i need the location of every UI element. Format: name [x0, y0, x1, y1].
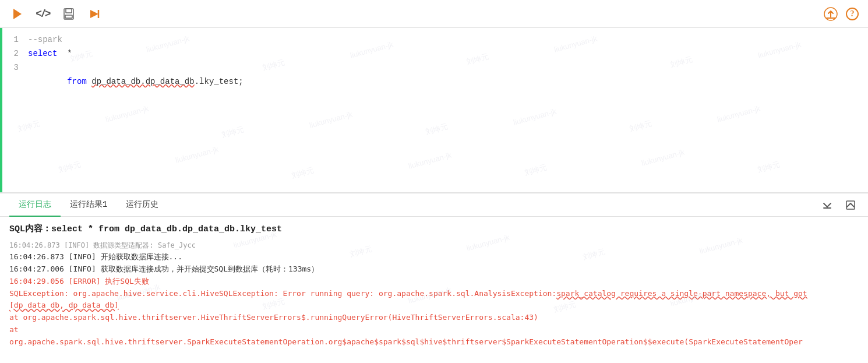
log-line-1: 16:04:27.006 [INFO] 获取数据库连接成功，并开始提交SQL到数… — [9, 263, 859, 276]
tab-result-label: 运行结果1 — [70, 199, 107, 210]
error-underline-2: [dp_data_db, dp_data_db] — [9, 301, 119, 309]
run-button[interactable] — [9, 6, 26, 22]
format-icon — [88, 8, 101, 20]
wm-23: 刘坤元 — [756, 159, 781, 175]
expand-icon — [845, 200, 856, 210]
comment-spark: --spark — [28, 35, 62, 44]
tab-log[interactable]: 运行日志 — [9, 193, 61, 217]
upload-button[interactable] — [823, 6, 839, 22]
expand-button[interactable] — [842, 197, 859, 213]
bottom-panel: 运行日志 运行结果1 运行历史 — [0, 192, 868, 363]
line-num-1: 1 — [7, 33, 19, 47]
table-name: .lky_test; — [195, 77, 244, 86]
log-line-error-stack3: org.apache.spark.sql.hive.thriftserver.S… — [9, 336, 859, 348]
tab-log-label: 运行日志 — [19, 199, 51, 210]
toolbar: </> ? — [0, 0, 868, 28]
sql-summary: SQL内容：select * from dp_data_db.dp_data_d… — [9, 223, 859, 237]
code-lines[interactable]: 1 2 3 --spark select * from dp_data_db.d… — [0, 28, 868, 79]
log-line-error-detail2: [dp_data_db, dp_data_db] — [9, 299, 859, 312]
log-area[interactable]: liukunyuan-jk 刘坤元 liukunyuan-jk 刘坤元 liuk… — [0, 217, 868, 363]
wm-13: 刘坤元 — [424, 121, 449, 137]
log-line-hidden: 16:04:26.873 [INFO] 数据源类型适配器: Safe_Jycc — [9, 240, 859, 251]
toolbar-right: ? — [823, 6, 859, 22]
chevron-down-icon — [822, 200, 832, 210]
sql-summary-query: select * from dp_data_db.dp_data_db.lky_… — [51, 224, 282, 234]
wm-10: liukunyuan-jk — [104, 104, 149, 124]
editor-area: 1 2 3 --spark select * from dp_data_db.d… — [0, 28, 868, 192]
code-line-3: from dp_data_db.dp_data_db.lky_test; — [28, 61, 863, 75]
code-star: * — [57, 49, 72, 58]
svg-marker-3 — [90, 10, 98, 18]
error-prefix: SQLException: org.apache.hive.service.cl… — [9, 288, 556, 300]
table-ref: dp_data_db.dp_data_db — [91, 77, 194, 86]
toolbar-left: </> — [9, 6, 103, 22]
wm-9: 刘坤元 — [16, 118, 41, 134]
line-num-2: 2 — [7, 47, 19, 61]
save-button[interactable] — [61, 6, 77, 22]
tab-result[interactable]: 运行结果1 — [61, 193, 117, 217]
tab-history[interactable]: 运行历史 — [117, 193, 168, 217]
tabs-bar: 运行日志 运行结果1 运行历史 — [0, 193, 868, 217]
upload-icon — [823, 6, 838, 22]
wm-14: liukunyuan-jk — [512, 107, 557, 126]
wm-12: liukunyuan-jk — [308, 110, 353, 129]
code-icon: </> — [36, 8, 51, 20]
wm-16: liukunyuan-jk — [716, 104, 761, 124]
log-line-0: 16:04:26.873 [INFO] 开始获取数据库连接... — [9, 251, 859, 263]
kw-select: select — [28, 49, 57, 58]
code-content[interactable]: --spark select * from dp_data_db.dp_data… — [23, 33, 868, 75]
line-numbers: 1 2 3 — [2, 33, 23, 75]
svg-rect-1 — [66, 9, 72, 13]
wm-18: liukunyuan-jk — [174, 145, 219, 164]
minimize-button[interactable] — [819, 197, 835, 213]
tabs-left: 运行日志 运行结果1 运行历史 — [9, 193, 168, 216]
save-icon — [62, 8, 75, 20]
editor-left-bar — [0, 28, 2, 192]
format-button[interactable] — [86, 6, 103, 22]
wm-21: 刘坤元 — [523, 162, 548, 178]
help-button[interactable]: ? — [846, 8, 859, 20]
wm-11: 刘坤元 — [220, 124, 245, 140]
svg-rect-7 — [846, 201, 855, 209]
error-underline-1: spark_catalog requires a single-part nam… — [556, 288, 807, 300]
play-icon — [13, 9, 22, 19]
kw-from: from — [67, 77, 91, 86]
question-icon: ? — [851, 9, 855, 19]
log-line-error-main: 16:04:29.056 [ERROR] 执行SQL失败 — [9, 276, 859, 288]
wm-17: 刘坤元 — [57, 159, 82, 175]
line-num-3: 3 — [7, 61, 19, 75]
code-line-1: --spark — [28, 33, 863, 47]
code-button[interactable]: </> — [35, 6, 51, 22]
tab-history-label: 运行历史 — [126, 199, 158, 210]
log-line-error-stack2: at — [9, 324, 859, 336]
log-line-error-stack1: at org.apache.spark.sql.hive.thriftserve… — [9, 312, 859, 324]
wm-15: 刘坤元 — [628, 118, 652, 134]
log-line-error-detail: SQLException: org.apache.hive.service.cl… — [9, 288, 859, 300]
wm-19: 刘坤元 — [290, 165, 315, 181]
tabs-right — [819, 197, 859, 213]
svg-rect-2 — [65, 15, 72, 18]
wm-22: liukunyuan-jk — [640, 147, 685, 167]
wm-20: liukunyuan-jk — [407, 150, 452, 170]
code-line-2: select * — [28, 47, 863, 61]
sql-summary-prefix: SQL内容： — [9, 224, 51, 234]
